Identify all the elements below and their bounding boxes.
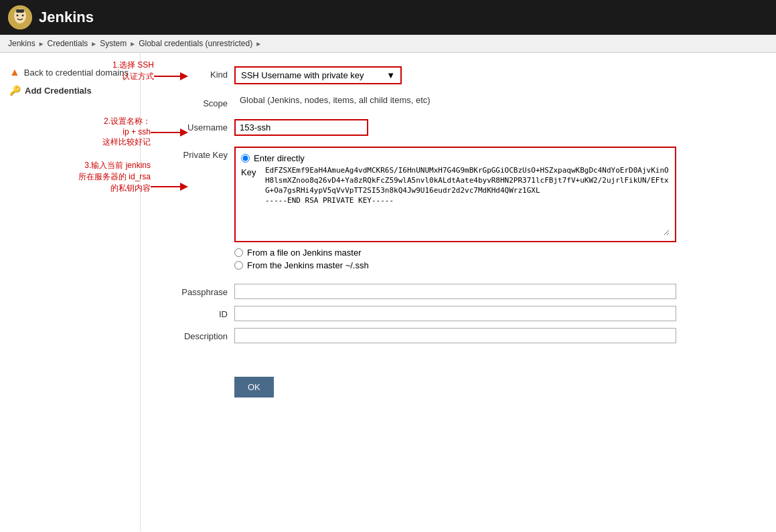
key-textarea[interactable]: EdFZSXEmf9EaH4AmueAg4vdMCKR6S/I6HnUNUMxH… xyxy=(265,166,670,236)
dropdown-arrow-icon: ▼ xyxy=(386,70,395,80)
svg-point-3 xyxy=(22,15,24,17)
kind-select-text: SSH Username with private key xyxy=(241,70,364,80)
private-key-row: 3.输入当前 jenkins 所在服务器的 id_rsa 的私钥内容 Priva… xyxy=(161,147,756,273)
breadcrumb-global[interactable]: Global credentials (unrestricted) xyxy=(139,39,252,48)
id-input[interactable] xyxy=(234,306,676,321)
passphrase-row: Passphrase xyxy=(161,284,756,299)
sidebar-add-label: Add Credentials xyxy=(25,86,92,96)
jenkins-logo xyxy=(8,5,32,29)
username-field xyxy=(234,119,756,136)
description-row: Description xyxy=(161,328,756,343)
main-layout: ▲ Back to credential domains 🔑 Add Crede… xyxy=(0,53,776,531)
breadcrumb-credentials[interactable]: Credentials xyxy=(48,39,88,48)
breadcrumb-sep-4: ► xyxy=(255,40,262,48)
id-row: ID xyxy=(161,306,756,321)
from-jenkins-ssh-radio-row: From the Jenkins master ~/.ssh xyxy=(234,260,756,270)
username-input[interactable] xyxy=(234,119,368,136)
content-area: 1.选择 SSH 认证方式 Kind SSH Username with pri… xyxy=(141,53,776,531)
ok-button-row: OK xyxy=(161,357,756,397)
scope-field: Global (Jenkins, nodes, items, all child… xyxy=(234,95,756,105)
passphrase-label: Passphrase xyxy=(161,284,234,297)
key-inline-label: Key xyxy=(241,166,261,177)
from-file-radio-row: From a file on Jenkins master xyxy=(234,248,756,258)
svg-rect-4 xyxy=(16,9,24,13)
svg-point-2 xyxy=(17,15,19,17)
description-input[interactable] xyxy=(234,328,676,343)
enter-directly-label: Enter directly xyxy=(254,153,305,163)
back-icon: ▲ xyxy=(9,66,20,78)
id-label: ID xyxy=(161,306,234,319)
breadcrumb-system[interactable]: System xyxy=(100,39,127,48)
scope-label: Scope xyxy=(161,95,234,108)
kind-select[interactable]: SSH Username with private key ▼ xyxy=(234,66,402,84)
breadcrumb-sep-1: ► xyxy=(38,40,45,48)
scope-value: Global (Jenkins, nodes, items, all child… xyxy=(234,92,436,108)
username-row: 2.设置名称： ip + ssh 这样比较好记 Username xyxy=(161,119,756,136)
enter-directly-radio[interactable] xyxy=(241,154,250,163)
app-title: Jenkins xyxy=(39,9,94,26)
from-jenkins-ssh-label: From the Jenkins master ~/.ssh xyxy=(247,260,369,270)
key-icon: 🔑 xyxy=(9,85,21,96)
breadcrumb-jenkins[interactable]: Jenkins xyxy=(8,39,35,48)
private-key-field: Enter directly Key EdFZSXEmf9EaH4AmueAg4… xyxy=(234,147,756,273)
breadcrumb: Jenkins ► Credentials ► System ► Global … xyxy=(0,35,776,53)
key-input-row: Key EdFZSXEmf9EaH4AmueAg4vdMCKR6S/I6HnUN… xyxy=(241,166,670,236)
enter-directly-radio-row: Enter directly xyxy=(241,153,670,163)
breadcrumb-sep-3: ► xyxy=(129,40,136,48)
credentials-form: 1.选择 SSH 认证方式 Kind SSH Username with pri… xyxy=(161,66,756,397)
from-jenkins-ssh-radio[interactable] xyxy=(234,261,243,270)
scope-row: Scope Global (Jenkins, nodes, items, all… xyxy=(161,95,756,108)
breadcrumb-sep-2: ► xyxy=(90,40,97,48)
annotation-2: 2.设置名称： ip + ssh 这样比较好记 xyxy=(27,116,151,148)
passphrase-field xyxy=(234,284,756,299)
from-file-label: From a file on Jenkins master xyxy=(247,248,362,258)
annotation-1: 1.选择 SSH 认证方式 xyxy=(33,60,154,82)
kind-label: Kind xyxy=(161,66,234,80)
username-label: Username xyxy=(161,119,234,132)
id-field xyxy=(234,306,756,321)
description-field xyxy=(234,328,756,343)
private-key-box: Enter directly Key EdFZSXEmf9EaH4AmueAg4… xyxy=(234,147,676,242)
description-label: Description xyxy=(161,328,234,341)
app-header: Jenkins xyxy=(0,0,776,35)
passphrase-input[interactable] xyxy=(234,284,676,299)
kind-row: 1.选择 SSH 认证方式 Kind SSH Username with pri… xyxy=(161,66,756,84)
annotation-3: 3.输入当前 jenkins 所在服务器的 id_rsa 的私钥内容 xyxy=(20,160,151,194)
private-key-label: Private Key xyxy=(161,147,234,160)
ok-button[interactable]: OK xyxy=(234,377,274,397)
sidebar-item-add-credentials[interactable]: 🔑 Add Credentials xyxy=(7,82,133,99)
kind-field: SSH Username with private key ▼ xyxy=(234,66,756,84)
from-file-radio[interactable] xyxy=(234,248,243,257)
arrow-3 xyxy=(151,180,187,193)
